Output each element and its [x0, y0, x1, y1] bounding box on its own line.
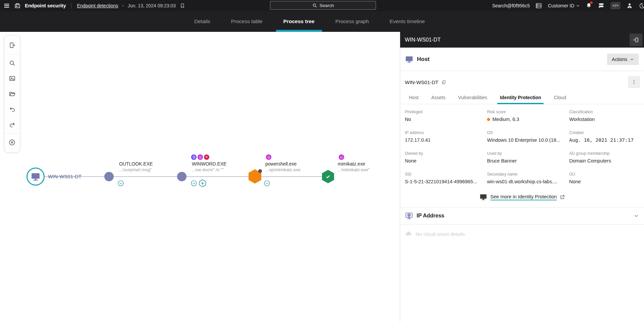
- expand-node-button[interactable]: [199, 179, 206, 187]
- field-used-by: Used by Bruce Banner: [487, 151, 569, 164]
- open-panel-icon[interactable]: [4, 38, 20, 53]
- tab-cloud[interactable]: Cloud: [553, 93, 567, 104]
- host-details-grid: Privileged No Risk score Medium, 6.3 Cla…: [400, 104, 644, 191]
- tree-node-powershell-label[interactable]: powershell.exe ...op\mimikatz.exe: [265, 161, 301, 173]
- section-title: Host: [417, 56, 430, 63]
- field-owned-by: Owned by None: [405, 151, 487, 164]
- tree-toolbar: [4, 35, 20, 152]
- divider: [4, 54, 20, 54]
- see-more-identity-protection-link[interactable]: See more in Identity Protection: [490, 194, 557, 200]
- support-chat-icon[interactable]: [598, 2, 605, 9]
- collapse-panel-icon: [633, 37, 639, 43]
- field-created: Created Aug. 16, 2021 21:37:17: [569, 130, 639, 143]
- server-rack-icon[interactable]: [535, 2, 542, 9]
- actions-button[interactable]: Actions: [607, 54, 639, 65]
- collapse-panel-button[interactable]: [630, 34, 642, 46]
- tab-assets[interactable]: Assets: [431, 93, 446, 104]
- field-os: OS Windows 10 Enterprise 10.0 (18...: [487, 130, 569, 143]
- host-section-header: Host Actions: [400, 48, 644, 71]
- redo-icon[interactable]: [4, 117, 20, 132]
- monitor-icon: [479, 193, 487, 201]
- hamburger-menu-icon[interactable]: [3, 2, 10, 9]
- view-tabbar: Details Process table Process tree Proce…: [0, 11, 644, 32]
- panel-tabs: Host Assets Vulnerabilities Identity Pro…: [400, 93, 644, 104]
- tree-node-outlook-label[interactable]: OUTLOOK.EXE ...\surprise!.msg": [119, 161, 153, 173]
- see-more-row: See more in Identity Protection: [400, 191, 644, 207]
- no-cloud-text: No cloud asset details: [416, 231, 465, 237]
- user-profile-icon[interactable]: [626, 2, 633, 9]
- monitor-icon: [405, 55, 414, 64]
- target-badge-icon[interactable]: [198, 154, 203, 160]
- tree-node-outlook[interactable]: [104, 172, 114, 181]
- search-label: Search: [320, 3, 334, 8]
- no-cloud-asset-row: No cloud asset details: [400, 224, 644, 243]
- target-badge-icon[interactable]: [266, 154, 271, 160]
- entity-name: WIN-WS01-DT: [405, 79, 438, 85]
- tree-node-winword[interactable]: [177, 172, 186, 181]
- top-app-bar: Endpoint security Endpoint detections › …: [0, 0, 644, 11]
- chevron-down-icon: [576, 4, 580, 8]
- search-icon: [312, 3, 317, 8]
- tree-node-winword-label[interactable]: WINWORD.EXE ...ise.docm" /o "": [192, 161, 226, 173]
- tab-process-graph[interactable]: Process graph: [328, 11, 376, 32]
- account-name: Search@f0f956c5: [492, 3, 530, 8]
- risk-severity-dot: [487, 118, 490, 121]
- field-sid: SID S-1-5-21-3221019414-4996965...: [405, 172, 487, 184]
- ip-address-section-header[interactable]: IP Address: [400, 207, 644, 224]
- zoom-search-icon[interactable]: [4, 55, 20, 71]
- target-badge-icon[interactable]: [339, 154, 344, 160]
- process-tree-canvas[interactable]: WIN-WS01-DT OUTLOOK.EXE ...\surprise!.ms…: [0, 32, 400, 322]
- undo-icon[interactable]: [4, 102, 20, 117]
- product-title: Endpoint security: [25, 3, 66, 8]
- chevron-down-icon[interactable]: [634, 213, 639, 218]
- host-detail-panel: WIN-WS01-DT Host Actions WIN-WS01-DT Hos…: [400, 32, 644, 322]
- bookmark-icon[interactable]: [180, 3, 185, 8]
- divider: [71, 3, 71, 8]
- chevron-down-icon: [630, 57, 634, 61]
- detection-timestamp: Jun. 13, 2024 09:23:03: [128, 3, 176, 8]
- field-privileged: Privileged No: [405, 110, 487, 122]
- breadcrumb-separator: ›: [122, 3, 123, 8]
- tree-node-mimikatz[interactable]: [322, 170, 334, 183]
- collapse-node-button[interactable]: [191, 180, 197, 187]
- open-folder-icon[interactable]: [4, 86, 20, 102]
- ip-monitor-icon: [405, 212, 413, 220]
- dark-mode-moon-icon[interactable]: [639, 2, 644, 9]
- collapse-node-button[interactable]: [117, 180, 124, 187]
- document-badge-icon[interactable]: [191, 154, 197, 160]
- tab-process-table[interactable]: Process table: [224, 11, 270, 32]
- copy-icon[interactable]: [441, 80, 446, 85]
- breadcrumb-endpoint-detections[interactable]: Endpoint detections: [77, 3, 118, 8]
- more-options-button[interactable]: [628, 76, 640, 88]
- field-classification: Classification Workstation: [569, 110, 639, 122]
- panel-title: WIN-WS01-DT: [405, 37, 441, 43]
- divider: [4, 133, 20, 134]
- entity-row: WIN-WS01-DT: [400, 71, 644, 88]
- tree-node-host[interactable]: [26, 168, 45, 186]
- tab-events-timeline[interactable]: Events timeline: [382, 11, 432, 32]
- tree-node-host-label[interactable]: WIN-WS01-DT: [48, 174, 82, 179]
- tab-process-tree[interactable]: Process tree: [276, 11, 322, 32]
- field-ad-group-membership: AD group membership Domain Computers: [569, 151, 639, 164]
- field-ip-address: IP address 172.17.0.41: [405, 130, 487, 143]
- notification-badge: [590, 1, 593, 4]
- collapse-node-button[interactable]: [264, 180, 270, 187]
- global-search-input[interactable]: Search: [270, 1, 376, 10]
- check-icon: [325, 174, 331, 180]
- tab-host[interactable]: Host: [408, 93, 419, 104]
- ip-section-title: IP Address: [417, 213, 444, 219]
- signal-badge-icon[interactable]: [204, 154, 209, 160]
- close-circle-icon[interactable]: [4, 135, 20, 150]
- console-logo-icon[interactable]: [14, 2, 21, 9]
- tab-details[interactable]: Details: [187, 11, 217, 32]
- field-ou: OU None: [569, 172, 639, 184]
- api-code-icon[interactable]: </>: [610, 2, 621, 9]
- tab-identity-protection[interactable]: Identity Protection: [499, 93, 542, 104]
- notifications-bell-icon[interactable]: [586, 2, 592, 9]
- tree-node-mimikatz-label[interactable]: mimikatz.exe ...\mimikatz.exe": [338, 161, 370, 173]
- customer-id-menu[interactable]: Customer ID: [548, 3, 580, 8]
- tab-vulnerabilities[interactable]: Vulnerabilities: [458, 93, 488, 104]
- field-secondary-name: Secondary name win-ws01-dt.workshop.cs-l…: [487, 172, 569, 184]
- cloud-icon: [405, 230, 412, 238]
- snapshot-image-icon[interactable]: [4, 71, 20, 86]
